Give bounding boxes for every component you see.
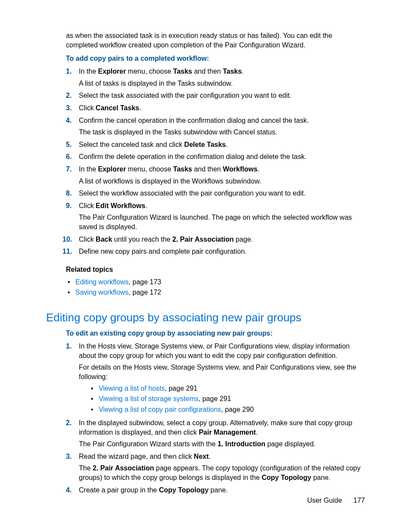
- list-item: Viewing a list of storage systems, page …: [89, 394, 365, 404]
- step-number: 3.: [66, 452, 72, 461]
- step-item: 5.Select the canceled task and click Del…: [46, 140, 365, 149]
- procedure1-heading: To add copy pairs to a completed workflo…: [66, 55, 365, 62]
- list-item: Saving workflows, page 172: [66, 287, 365, 298]
- step-item: 10.Click Back until you reach the 2. Pai…: [46, 235, 365, 244]
- list-item: Viewing a list of copy pair configuratio…: [89, 404, 365, 415]
- step-text: In the Hosts view, Storage Systems view,…: [79, 342, 365, 360]
- step-number: 5.: [66, 140, 72, 149]
- step-text: In the displayed subwindow, select a cop…: [79, 418, 365, 437]
- step-text: Read the wizard page, and then click Nex…: [79, 452, 365, 461]
- step-number: 4.: [66, 116, 72, 125]
- intro-paragraph: as when the associated task is in execut…: [66, 31, 365, 50]
- step-text: Click Back until you reach the 2. Pair A…: [79, 235, 365, 244]
- step-number: 11.: [62, 247, 72, 256]
- procedure2-heading: To edit an existing copy group by associ…: [66, 330, 365, 337]
- step-text: Click Cancel Tasks.: [79, 103, 365, 113]
- cross-reference-link[interactable]: Viewing a list of hosts: [99, 385, 165, 392]
- procedure2-steps: 1.In the Hosts view, Storage Systems vie…: [46, 342, 365, 495]
- list-item: Viewing a list of hosts, page 291: [89, 383, 365, 394]
- step-number: 2.: [66, 91, 72, 100]
- section2-title: Editing copy groups by associating new p…: [46, 311, 365, 324]
- step-item: 1.In the Explorer menu, choose Tasks and…: [46, 67, 365, 88]
- step-item: 6.Confirm the delete operation in the co…: [46, 152, 365, 162]
- step-text: Confirm the cancel operation in the conf…: [79, 116, 365, 125]
- step-item: 4.Create a pair group in the Copy Topolo…: [46, 485, 365, 495]
- step-text: Select the workflow associated with the …: [79, 189, 365, 198]
- related-topics-heading: Related topics: [66, 266, 365, 274]
- page-content: as when the associated task is in execut…: [0, 0, 411, 495]
- step-item: 9.Click Edit Workflows.The Pair Configur…: [46, 201, 365, 232]
- step-item: 3.Read the wizard page, and then click N…: [46, 452, 365, 482]
- step-item: 4.Confirm the cancel operation in the co…: [46, 116, 365, 137]
- step-number: 7.: [66, 165, 72, 174]
- step-sublinks: Viewing a list of hosts, page 291Viewing…: [89, 383, 365, 415]
- step-subtext: The Pair Configuration Wizard starts wit…: [79, 439, 365, 449]
- step-text: Select the canceled task and click Delet…: [79, 140, 365, 149]
- step-item: 1.In the Hosts view, Storage Systems vie…: [46, 342, 365, 415]
- cross-reference-link[interactable]: Saving workflows: [75, 289, 129, 296]
- step-number: 9.: [66, 201, 72, 211]
- cross-reference-link[interactable]: Viewing a list of storage systems: [99, 395, 199, 402]
- list-item: Editing workflows, page 173: [66, 277, 365, 288]
- step-text: Define new copy pairs and complete pair …: [79, 247, 365, 256]
- related-topics-list: Editing workflows, page 173Saving workfl…: [66, 277, 365, 299]
- step-text: Create a pair group in the Copy Topology…: [79, 485, 365, 495]
- step-number: 3.: [66, 103, 72, 113]
- step-number: 10.: [62, 235, 72, 244]
- step-item: 11.Define new copy pairs and complete pa…: [46, 247, 365, 256]
- step-text: Confirm the delete operation in the conf…: [79, 152, 365, 162]
- cross-reference-link[interactable]: Viewing a list of copy pair configuratio…: [99, 406, 221, 413]
- step-item: 3.Click Cancel Tasks.: [46, 103, 365, 113]
- step-item: 2.In the displayed subwindow, select a c…: [46, 418, 365, 449]
- step-subtext: The Pair Configuration Wizard is launche…: [79, 213, 365, 231]
- step-subtext: The 2. Pair Association page appears. Th…: [79, 464, 365, 482]
- step-item: 2.Select the task associated with the pa…: [46, 91, 365, 100]
- step-text: Click Edit Workflows.: [79, 201, 365, 211]
- step-number: 8.: [66, 189, 72, 198]
- step-number: 1.: [66, 342, 72, 351]
- step-subtext: A list of tasks is displayed in the Task…: [79, 79, 365, 88]
- step-number: 2.: [66, 418, 72, 428]
- footer-label: User Guide: [307, 497, 342, 504]
- procedure1-steps: 1.In the Explorer menu, choose Tasks and…: [46, 67, 365, 256]
- step-subtext: The task is displayed in the Tasks subwi…: [79, 128, 365, 137]
- step-text: In the Explorer menu, choose Tasks and t…: [79, 67, 365, 76]
- step-item: 7.In the Explorer menu, choose Tasks and…: [46, 165, 365, 186]
- step-subtext: A list of workflows is displayed in the …: [79, 177, 365, 186]
- step-number: 1.: [66, 67, 72, 76]
- page-footer: User Guide 177: [307, 497, 365, 504]
- footer-page-number: 177: [353, 497, 365, 504]
- step-item: 8.Select the workflow associated with th…: [46, 189, 365, 198]
- cross-reference-link[interactable]: Editing workflows: [75, 278, 129, 286]
- step-text: Select the task associated with the pair…: [79, 91, 365, 100]
- step-number: 6.: [66, 152, 72, 162]
- step-text: In the Explorer menu, choose Tasks and t…: [79, 165, 365, 174]
- step-number: 4.: [66, 485, 72, 495]
- step-subtext: For details on the Hosts view, Storage S…: [79, 363, 365, 381]
